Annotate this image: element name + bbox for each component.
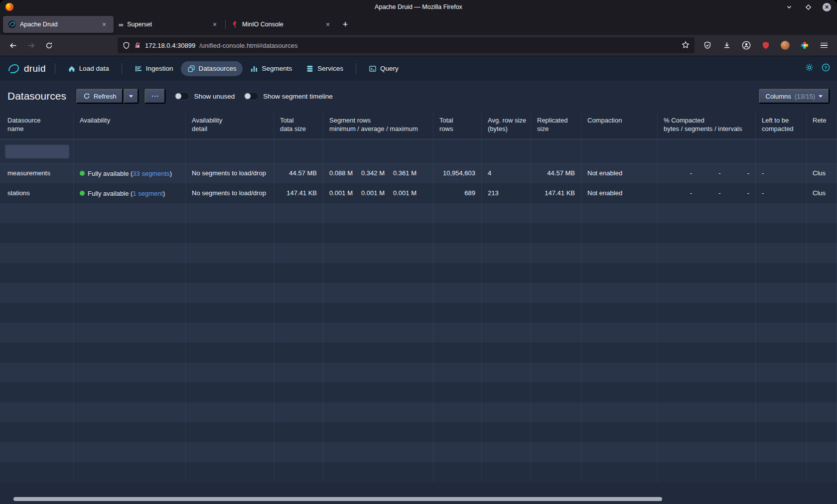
refresh-label: Refresh [94,93,117,100]
empty-cell [74,203,186,223]
col-header-segment-rows[interactable]: Segment rowsminimum / average / maximum [323,112,433,139]
avatar[interactable] [777,37,793,53]
close-icon[interactable]: ✕ [823,3,831,11]
download-icon[interactable] [719,37,735,53]
empty-cell [581,363,658,382]
columns-button[interactable]: Columns (13/15) [759,89,830,104]
datasource-row-stations[interactable]: stations Fully available (1 segment) No … [0,183,837,203]
col-header-left-to-be-compacted[interactable]: Left to becompacted [756,112,807,139]
more-button[interactable]: ⋯ [144,89,165,104]
col-header-replicated-size[interactable]: Replicatedsize [531,112,581,139]
empty-cell [482,422,531,442]
segment-timeline-toggle[interactable] [244,92,259,100]
tab-superset[interactable]: ∞ Superset × [114,16,224,33]
reload-button[interactable] [41,37,57,53]
col-header-availability[interactable]: Availability [74,112,186,139]
col-header-avg-row-size[interactable]: Avg. row size(bytes) [482,112,531,139]
segments-link[interactable]: 1 segment [133,190,163,197]
new-tab-button[interactable]: + [337,17,353,32]
empty-cell [0,303,74,323]
col-header-availability-detail[interactable]: Availabilitydetail [186,112,274,139]
empty-cell [433,283,482,303]
horizontal-scrollbar[interactable] [13,497,662,501]
empty-cell [274,343,323,363]
empty-cell [274,323,323,343]
svg-text:?: ? [825,65,828,70]
superset-favicon: ∞ [119,21,123,28]
availability-text: Fully available ( [88,190,133,197]
refresh-options-button[interactable] [124,89,139,104]
tab-close-icon[interactable]: × [210,20,219,28]
gear-icon[interactable] [805,63,814,74]
empty-cell [482,243,531,263]
col-header-total-rows[interactable]: Totalrows [433,112,482,139]
col-header-total-data-size[interactable]: Totaldata size [274,112,323,139]
tab-close-icon[interactable]: × [323,20,332,28]
help-icon[interactable]: ? [822,63,830,74]
druid-favicon [8,20,16,28]
empty-cell [74,422,186,442]
lock-insecure-icon[interactable] [134,42,141,49]
col-header-retention[interactable]: Rete [807,112,837,139]
refresh-button[interactable]: Refresh [76,89,124,104]
bookmark-star-icon[interactable] [682,41,690,50]
forward-button[interactable] [23,37,39,53]
druid-brand[interactable]: druid [7,62,46,75]
empty-cell [274,363,323,382]
home-icon [68,65,76,73]
cell-total-data-size: 147.41 KB [274,183,323,203]
nav-item-services[interactable]: Services [299,61,350,76]
empty-cell [186,303,274,323]
window-title: Apache Druid — Mozilla Firefox [375,3,462,10]
tab-close-icon[interactable]: × [100,20,109,28]
empty-cell [323,303,433,323]
toggle-knob [175,93,181,99]
account-icon[interactable] [738,37,754,53]
empty-cell [274,243,323,263]
empty-cell [807,303,837,323]
empty-cell [323,243,433,263]
shield-icon[interactable] [123,42,130,49]
empty-row [0,343,837,363]
empty-cell [433,323,482,343]
empty-cell [0,203,74,223]
druid-logo-icon [7,62,20,75]
ublock-icon[interactable] [758,37,774,53]
nav-item-ingestion[interactable]: Ingestion [128,61,180,76]
empty-cell [274,442,323,462]
empty-cell [186,223,274,243]
availability-close: ) [163,190,165,197]
nav-item-load-data[interactable]: Load data [61,61,116,76]
menu-icon[interactable] [816,37,832,53]
empty-cell [186,343,274,363]
col-header-pct-compacted[interactable]: % Compactedbytes / segments / intervals [658,112,756,139]
bar-chart-icon [250,65,258,73]
url-bar[interactable]: 172.18.0.4:30899/unified-console.html#da… [118,37,695,53]
empty-cell [323,263,433,283]
back-button[interactable] [5,37,21,53]
datasource-row-measurements[interactable]: measurements Fully available (33 segment… [0,163,837,183]
empty-cell [658,402,756,422]
datasource-filter-input[interactable] [5,144,69,158]
segments-link[interactable]: 33 segments [133,170,169,177]
empty-cell [531,223,581,243]
show-unused-toggle[interactable] [174,92,189,100]
col-header-compaction[interactable]: Compaction [581,112,658,139]
nav-item-segments[interactable]: Segments [244,61,298,76]
nav-item-datasources[interactable]: Datasources [181,61,243,76]
tab-apache-druid[interactable]: Apache Druid × [3,16,114,33]
chevron-down-icon[interactable] [785,2,794,11]
filter-row [0,139,837,163]
pinwheel-icon[interactable] [797,37,813,53]
maximize-diamond-icon[interactable] [804,2,813,11]
nav-item-query[interactable]: Query [362,61,405,76]
shield-badge-icon[interactable] [699,37,715,53]
empty-cell [323,442,433,462]
empty-cell [186,363,274,382]
col-header-datasource-name[interactable]: Datasourcename [0,112,74,139]
empty-cell [482,203,531,223]
cell-availability-detail: No segments to load/drop [186,163,274,183]
empty-cell [482,382,531,402]
gantt-chart-icon [135,65,142,73]
tab-minio-console[interactable]: MinIO Console × [227,16,337,33]
